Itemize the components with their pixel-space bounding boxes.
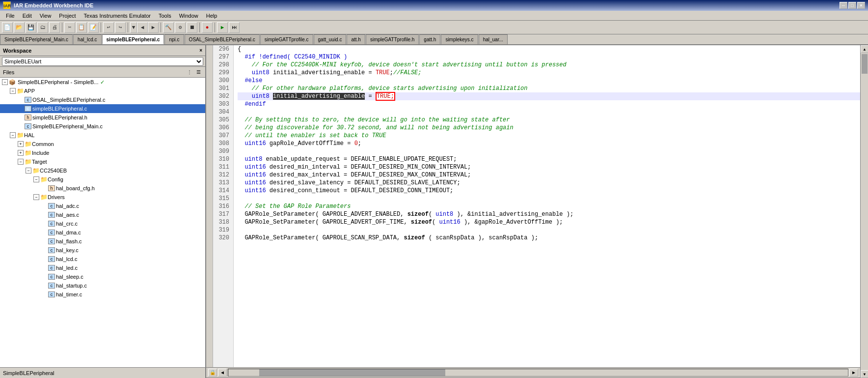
scroll-up-button[interactable]: ▲ <box>861 45 868 53</box>
menu-project[interactable]: Project <box>55 12 80 20</box>
tree-item-hal-dma[interactable]: c hal_dma.c <box>0 228 205 237</box>
folder-icon-app: 📁 <box>17 87 24 94</box>
tree-item-simple-h[interactable]: h simpleBLEPeripheral.h <box>0 113 205 122</box>
menu-view[interactable]: View <box>36 12 55 20</box>
workspace-close-button[interactable]: × <box>199 48 202 53</box>
nav-forward-button[interactable]: ▶ <box>148 22 159 33</box>
menu-tools[interactable]: Tools <box>155 12 175 20</box>
code-content[interactable]: 296 297 298 299 300 301 302 303 304 305 … <box>206 45 860 367</box>
tree-item-hal-sleep[interactable]: c hal_sleep.c <box>0 272 205 281</box>
tree-item-root[interactable]: − 📦 SimpleBLEPeripheral - SimpleB... ✓ <box>0 78 205 87</box>
code-nav-btn-lock[interactable]: 🔒 <box>208 369 217 377</box>
print-button[interactable]: 🖨 <box>49 22 60 33</box>
save-all-button[interactable]: 🗂 <box>37 22 48 33</box>
tab-gatt-profile-h[interactable]: simpleGATTprofile.h <box>366 34 419 44</box>
code-editor[interactable]: 296 297 298 299 300 301 302 303 304 305 … <box>206 45 860 378</box>
run-button[interactable]: ▶ <box>217 22 228 33</box>
expand-cc2540eb[interactable]: − <box>26 168 31 174</box>
tab-simple-gatt-c[interactable]: simpleGATTprofile.c <box>260 34 313 44</box>
file-icon-simple-h: h <box>25 115 31 120</box>
main-container: SimpleBLEPeripheral_Main.c hal_lcd.c sim… <box>0 34 868 378</box>
paste-button[interactable]: 📝 <box>88 22 99 33</box>
nav-back-button[interactable]: ◀ <box>137 22 148 33</box>
maximize-button[interactable]: □ <box>848 2 856 9</box>
files-icon-1[interactable]: ⋮ <box>186 68 193 76</box>
tab-simplekeys-c[interactable]: simplekeys.c <box>441 34 478 44</box>
tab-main-c[interactable]: SimpleBLEPeripheral_Main.c <box>0 34 73 44</box>
expand-drivers[interactable]: − <box>33 194 39 200</box>
files-label: Files <box>3 69 14 75</box>
menu-help[interactable]: Help <box>202 12 221 20</box>
h-scrollbar-thumb[interactable] <box>259 369 445 376</box>
expand-common[interactable]: + <box>18 141 24 147</box>
code-nav-btn-right[interactable]: ▶ <box>849 369 858 377</box>
step-over-button[interactable]: ⏭ <box>229 22 240 33</box>
tree-item-simple-c[interactable]: c simpleBLEPeripheral.c <box>0 104 205 113</box>
tree-item-hal-aes[interactable]: c hal_aes.c <box>0 210 205 219</box>
dropdown-arrow[interactable]: ▼ <box>130 22 137 33</box>
tree-item-main-c[interactable]: c SimpleBLEPeripheral_Main.c <box>0 122 205 131</box>
project-selector[interactable]: SimpleBLEUart <box>2 57 203 66</box>
menu-file[interactable]: File <box>2 12 19 20</box>
cut-button[interactable]: ✂ <box>64 22 75 33</box>
expand-target[interactable]: − <box>18 159 24 165</box>
tree-item-hal-lcd[interactable]: c hal_lcd.c <box>0 255 205 263</box>
build-button[interactable]: 🔨 <box>163 22 174 33</box>
h-scrollbar-track[interactable] <box>228 369 848 377</box>
tree-item-osal[interactable]: c OSAL_SimpleBLEPeripheral.c <box>0 95 205 104</box>
tree-item-hal-adc[interactable]: c hal_adc.c <box>0 202 205 210</box>
tree-item-hal-board[interactable]: h hal_board_cfg.h <box>0 184 205 193</box>
tab-hal-uart[interactable]: hal_uar... <box>479 34 508 44</box>
code-line-300: #else <box>238 77 860 85</box>
tab-gatt-uuid-c[interactable]: gatt_uuid.c <box>314 34 347 44</box>
menu-window[interactable]: Window <box>175 12 202 20</box>
redo-button[interactable]: ↪ <box>115 22 126 33</box>
open-button[interactable]: 📂 <box>14 22 25 33</box>
copy-button[interactable]: 📋 <box>76 22 87 33</box>
tree-item-cc2540eb[interactable]: − 📁 CC2540EB <box>0 166 205 175</box>
expand-config[interactable]: − <box>33 176 39 182</box>
tree-item-hal-key[interactable]: c hal_key.c <box>0 246 205 255</box>
tab-osal-c[interactable]: OSAL_SimpleBLEPeripheral.c <box>185 34 260 44</box>
files-icon-2[interactable]: ☰ <box>194 68 202 76</box>
expand-hal[interactable]: − <box>10 132 16 138</box>
undo-button[interactable]: ↩ <box>103 22 114 33</box>
menu-edit[interactable]: Edit <box>19 12 36 20</box>
tree-item-common[interactable]: + 📁 Common <box>0 140 205 148</box>
stop-button[interactable]: ⏹ <box>187 22 197 33</box>
expand-include[interactable]: + <box>18 150 24 156</box>
compile-button[interactable]: ⚙ <box>175 22 186 33</box>
new-file-button[interactable]: 📄 <box>2 22 13 33</box>
tree-item-target[interactable]: − 📁 Target <box>0 157 205 166</box>
tab-npi-c[interactable]: npi.c <box>164 34 184 44</box>
debug-button[interactable]: ● <box>202 22 213 33</box>
tree-item-hal[interactable]: − 📁 HAL <box>0 131 205 140</box>
tab-gatt-h[interactable]: gatt.h <box>419 34 440 44</box>
save-button[interactable]: 💾 <box>26 22 36 33</box>
scroll-track[interactable] <box>861 53 868 370</box>
tree-item-hal-startup[interactable]: c hal_startup.c <box>0 281 205 290</box>
tree-item-hal-led[interactable]: c hal_led.c <box>0 263 205 272</box>
expand-app[interactable]: − <box>10 88 16 94</box>
tree-item-hal-timer[interactable]: c hal_timer.c <box>0 290 205 299</box>
code-nav-btn-left[interactable]: ◀ <box>218 369 227 377</box>
menu-ti-emulator[interactable]: Texas Instruments Emulator <box>80 12 155 20</box>
tab-hal-lcd-c[interactable]: hal_lcd.c <box>73 34 101 44</box>
tree-item-app[interactable]: − 📁 APP <box>0 87 205 95</box>
tree-item-config[interactable]: − 📁 Config <box>0 175 205 184</box>
tree-item-hal-flash[interactable]: c hal_flash.c <box>0 237 205 246</box>
tree-item-hal-crc[interactable]: c hal_crc.c <box>0 219 205 228</box>
tab-simple-ble-c[interactable]: simpleBLEPeripheral.c <box>102 34 164 44</box>
tree-item-include[interactable]: + 📁 Include <box>0 148 205 157</box>
scroll-thumb[interactable] <box>862 54 868 74</box>
scroll-down-button[interactable]: ▼ <box>861 370 868 378</box>
close-button[interactable]: × <box>857 2 865 9</box>
tree-item-drivers[interactable]: − 📁 Drivers <box>0 193 205 202</box>
code-line-310: uint8 enable_update_request = DEFAULT_EN… <box>238 155 860 163</box>
minimize-button[interactable]: ─ <box>840 2 847 9</box>
v-scrollbar[interactable]: ▲ ▼ <box>860 45 868 378</box>
code-lines[interactable]: { #if !defined( CC2540_MINIDK ) // For t… <box>234 45 860 367</box>
toolbar-sep-4 <box>161 23 161 32</box>
expand-root[interactable]: − <box>2 79 8 85</box>
tab-att-h[interactable]: att.h <box>347 34 365 44</box>
